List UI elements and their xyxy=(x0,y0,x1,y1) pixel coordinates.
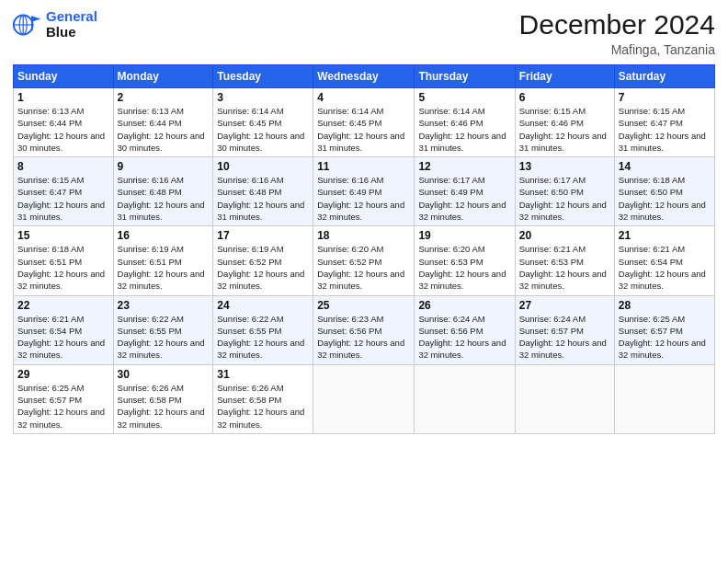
calendar-cell: 23 Sunrise: 6:22 AM Sunset: 6:55 PM Dayl… xyxy=(113,295,213,364)
day-info: Sunrise: 6:15 AM Sunset: 6:47 PM Dayligh… xyxy=(619,105,711,154)
col-thursday: Thursday xyxy=(415,65,515,88)
day-number: 22 xyxy=(17,299,109,312)
day-info: Sunrise: 6:14 AM Sunset: 6:45 PM Dayligh… xyxy=(217,105,309,154)
calendar-cell: 28 Sunrise: 6:25 AM Sunset: 6:57 PM Dayl… xyxy=(614,295,714,364)
day-info: Sunrise: 6:16 AM Sunset: 6:48 PM Dayligh… xyxy=(118,174,210,223)
day-info: Sunrise: 6:26 AM Sunset: 6:58 PM Dayligh… xyxy=(118,382,210,431)
logo-text-block: General Blue xyxy=(46,9,97,40)
logo-blue-text: Blue xyxy=(46,24,76,40)
calendar-cell: 17 Sunrise: 6:19 AM Sunset: 6:52 PM Dayl… xyxy=(213,226,313,295)
calendar-cell: 21 Sunrise: 6:21 AM Sunset: 6:54 PM Dayl… xyxy=(614,226,714,295)
day-number: 30 xyxy=(118,368,210,381)
day-number: 12 xyxy=(418,160,510,173)
col-friday: Friday xyxy=(515,65,614,88)
calendar-body: 1 Sunrise: 6:13 AM Sunset: 6:44 PM Dayli… xyxy=(14,88,715,434)
col-saturday: Saturday xyxy=(614,65,714,88)
day-number: 19 xyxy=(418,229,510,242)
day-info: Sunrise: 6:26 AM Sunset: 6:58 PM Dayligh… xyxy=(217,382,309,431)
day-number: 20 xyxy=(519,229,610,242)
generalblue-icon xyxy=(13,10,42,40)
location-title: Mafinga, Tanzania xyxy=(519,42,715,57)
day-number: 28 xyxy=(619,299,711,312)
day-info: Sunrise: 6:13 AM Sunset: 6:44 PM Dayligh… xyxy=(17,105,109,154)
calendar-cell: 16 Sunrise: 6:19 AM Sunset: 6:51 PM Dayl… xyxy=(113,226,213,295)
day-info: Sunrise: 6:16 AM Sunset: 6:49 PM Dayligh… xyxy=(317,174,410,223)
col-wednesday: Wednesday xyxy=(313,65,415,88)
day-info: Sunrise: 6:24 AM Sunset: 6:56 PM Dayligh… xyxy=(418,313,510,362)
col-monday: Monday xyxy=(113,65,213,88)
day-number: 6 xyxy=(519,91,610,104)
logo-general: General xyxy=(46,8,97,24)
day-number: 25 xyxy=(317,299,410,312)
calendar-cell: 9 Sunrise: 6:16 AM Sunset: 6:48 PM Dayli… xyxy=(113,157,213,226)
day-number: 27 xyxy=(519,299,610,312)
calendar-cell: 24 Sunrise: 6:22 AM Sunset: 6:55 PM Dayl… xyxy=(213,295,313,364)
day-number: 4 xyxy=(317,91,410,104)
calendar-cell: 26 Sunrise: 6:24 AM Sunset: 6:56 PM Dayl… xyxy=(415,295,515,364)
day-number: 26 xyxy=(418,299,510,312)
calendar-cell: 5 Sunrise: 6:14 AM Sunset: 6:46 PM Dayli… xyxy=(415,88,515,157)
day-info: Sunrise: 6:24 AM Sunset: 6:57 PM Dayligh… xyxy=(519,313,610,362)
calendar-cell: 2 Sunrise: 6:13 AM Sunset: 6:44 PM Dayli… xyxy=(113,88,213,157)
day-number: 29 xyxy=(17,368,109,381)
header: General Blue December 2024 Mafinga, Tanz… xyxy=(13,9,715,57)
day-number: 17 xyxy=(217,229,309,242)
calendar-cell: 27 Sunrise: 6:24 AM Sunset: 6:57 PM Dayl… xyxy=(515,295,614,364)
calendar-cell: 1 Sunrise: 6:13 AM Sunset: 6:44 PM Dayli… xyxy=(14,88,114,157)
day-number: 13 xyxy=(519,160,610,173)
day-number: 7 xyxy=(619,91,711,104)
day-info: Sunrise: 6:25 AM Sunset: 6:57 PM Dayligh… xyxy=(619,313,711,362)
day-number: 24 xyxy=(217,299,309,312)
calendar-cell: 31 Sunrise: 6:26 AM Sunset: 6:58 PM Dayl… xyxy=(213,364,313,433)
day-info: Sunrise: 6:16 AM Sunset: 6:48 PM Dayligh… xyxy=(217,174,309,223)
svg-marker-5 xyxy=(32,16,41,21)
calendar-cell: 11 Sunrise: 6:16 AM Sunset: 6:49 PM Dayl… xyxy=(313,157,415,226)
day-number: 8 xyxy=(17,160,109,173)
day-number: 11 xyxy=(317,160,410,173)
day-info: Sunrise: 6:22 AM Sunset: 6:55 PM Dayligh… xyxy=(118,313,210,362)
calendar-cell xyxy=(614,364,714,433)
day-number: 9 xyxy=(118,160,210,173)
day-info: Sunrise: 6:15 AM Sunset: 6:47 PM Dayligh… xyxy=(17,174,109,223)
calendar-cell: 18 Sunrise: 6:20 AM Sunset: 6:52 PM Dayl… xyxy=(313,226,415,295)
day-number: 2 xyxy=(118,91,210,104)
day-number: 21 xyxy=(619,229,711,242)
calendar-cell: 8 Sunrise: 6:15 AM Sunset: 6:47 PM Dayli… xyxy=(14,157,114,226)
day-number: 3 xyxy=(217,91,309,104)
calendar-cell: 10 Sunrise: 6:16 AM Sunset: 6:48 PM Dayl… xyxy=(213,157,313,226)
day-number: 16 xyxy=(118,229,210,242)
day-number: 1 xyxy=(17,91,109,104)
calendar-cell: 19 Sunrise: 6:20 AM Sunset: 6:53 PM Dayl… xyxy=(415,226,515,295)
day-number: 18 xyxy=(317,229,410,242)
day-number: 23 xyxy=(118,299,210,312)
calendar-cell xyxy=(515,364,614,433)
logo: General Blue xyxy=(13,9,97,40)
day-info: Sunrise: 6:18 AM Sunset: 6:51 PM Dayligh… xyxy=(17,243,109,292)
header-row: Sunday Monday Tuesday Wednesday Thursday… xyxy=(14,65,715,88)
calendar-header: Sunday Monday Tuesday Wednesday Thursday… xyxy=(14,65,715,88)
day-info: Sunrise: 6:22 AM Sunset: 6:55 PM Dayligh… xyxy=(217,313,309,362)
calendar-cell: 25 Sunrise: 6:23 AM Sunset: 6:56 PM Dayl… xyxy=(313,295,415,364)
calendar-cell: 29 Sunrise: 6:25 AM Sunset: 6:57 PM Dayl… xyxy=(14,364,114,433)
month-title: December 2024 xyxy=(519,9,715,40)
day-info: Sunrise: 6:14 AM Sunset: 6:46 PM Dayligh… xyxy=(418,105,510,154)
logo-text: General Blue xyxy=(46,9,97,40)
day-number: 31 xyxy=(217,368,309,381)
day-info: Sunrise: 6:21 AM Sunset: 6:54 PM Dayligh… xyxy=(17,313,109,362)
page: General Blue December 2024 Mafinga, Tanz… xyxy=(0,0,728,563)
calendar-cell: 12 Sunrise: 6:17 AM Sunset: 6:49 PM Dayl… xyxy=(415,157,515,226)
calendar-cell: 6 Sunrise: 6:15 AM Sunset: 6:46 PM Dayli… xyxy=(515,88,614,157)
title-block: December 2024 Mafinga, Tanzania xyxy=(519,9,715,57)
day-info: Sunrise: 6:19 AM Sunset: 6:51 PM Dayligh… xyxy=(118,243,210,292)
day-info: Sunrise: 6:25 AM Sunset: 6:57 PM Dayligh… xyxy=(17,382,109,431)
day-info: Sunrise: 6:17 AM Sunset: 6:49 PM Dayligh… xyxy=(418,174,510,223)
calendar: Sunday Monday Tuesday Wednesday Thursday… xyxy=(13,64,715,434)
col-sunday: Sunday xyxy=(14,65,114,88)
calendar-cell: 20 Sunrise: 6:21 AM Sunset: 6:53 PM Dayl… xyxy=(515,226,614,295)
calendar-cell: 3 Sunrise: 6:14 AM Sunset: 6:45 PM Dayli… xyxy=(213,88,313,157)
calendar-cell: 22 Sunrise: 6:21 AM Sunset: 6:54 PM Dayl… xyxy=(14,295,114,364)
day-info: Sunrise: 6:14 AM Sunset: 6:45 PM Dayligh… xyxy=(317,105,410,154)
day-info: Sunrise: 6:13 AM Sunset: 6:44 PM Dayligh… xyxy=(118,105,210,154)
day-info: Sunrise: 6:17 AM Sunset: 6:50 PM Dayligh… xyxy=(519,174,610,223)
calendar-cell: 7 Sunrise: 6:15 AM Sunset: 6:47 PM Dayli… xyxy=(614,88,714,157)
